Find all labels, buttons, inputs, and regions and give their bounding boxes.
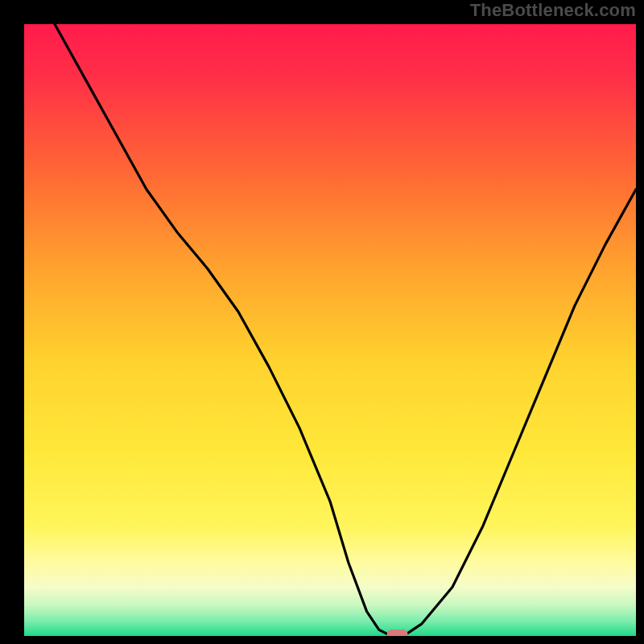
minimum-marker bbox=[387, 630, 408, 640]
watermark-text: TheBottleneck.com bbox=[470, 0, 636, 21]
bottleneck-chart: TheBottleneck.com bbox=[0, 0, 644, 644]
plot-background bbox=[24, 24, 636, 636]
chart-svg bbox=[0, 0, 644, 644]
